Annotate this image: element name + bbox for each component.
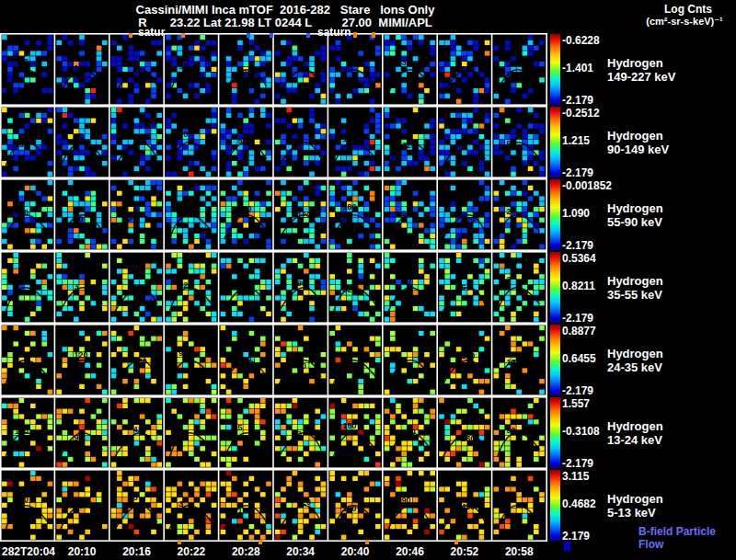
time-tick-9: 20:58 bbox=[505, 545, 534, 558]
time-tick-6: 20:40 bbox=[341, 545, 370, 558]
time-tick-3: 20:22 bbox=[178, 545, 206, 558]
colorbar-max-label-row-5: 0.8877 bbox=[562, 325, 596, 337]
colorbar-mid-label-row-5: 0.6455 bbox=[562, 352, 596, 365]
colorbar-row-2 bbox=[550, 107, 560, 177]
saturn-marker-label-0: satur bbox=[138, 26, 165, 39]
colorbar-max-label-row-6: 1.557 bbox=[562, 397, 590, 410]
energy-band-label-row-5: Hydrogen 24-35 keV bbox=[607, 347, 663, 374]
event-marker-2 bbox=[247, 33, 250, 38]
colorbar-min-label-row-1: -2.179 bbox=[562, 94, 593, 107]
bfield-particle-flow-label: B-field Particle Flow bbox=[638, 525, 736, 551]
saturn-marker-label-1: saturn bbox=[317, 26, 351, 39]
colorbar-min-label-row-7: 2.179 bbox=[562, 530, 590, 543]
colorbar-max-label-row-1: -0.6228 bbox=[562, 34, 600, 47]
event-marker-0 bbox=[129, 33, 132, 38]
colorbar-row-4 bbox=[550, 252, 560, 323]
colorbar-legend-units: (cm²-sr-s-keV)⁻¹ bbox=[633, 16, 736, 28]
colorbar-max-label-row-4: 0.5364 bbox=[562, 252, 596, 265]
colorbar-mid-label-row-7: 0.4682 bbox=[562, 497, 596, 510]
colorbar-min-label-row-4: -2.179 bbox=[562, 312, 593, 325]
time-tick-2: 20:16 bbox=[122, 545, 151, 558]
event-marker-9 bbox=[365, 540, 369, 544]
energy-band-label-row-3: Hydrogen 55-90 keV bbox=[607, 201, 663, 229]
colorbar-row-7 bbox=[550, 470, 560, 541]
time-tick-0: 282T20:04 bbox=[2, 545, 55, 558]
event-marker-11 bbox=[564, 542, 570, 551]
colorbar-row-3 bbox=[550, 179, 560, 250]
colorbar-row-6 bbox=[550, 397, 560, 468]
colorbar-max-label-row-3: -0.001852 bbox=[562, 179, 612, 192]
colorbar-mid-label-row-4: 0.8211 bbox=[562, 280, 595, 292]
colorbar-legend-title: Log Cnts bbox=[644, 3, 732, 16]
event-marker-4 bbox=[306, 33, 310, 38]
event-marker-3 bbox=[270, 33, 273, 38]
colorbar-max-label-row-2: -0.2512 bbox=[562, 107, 600, 120]
page-subtitle: R 23.22 Lat 21.98 LT 0244 L 27.00 MIMI/A… bbox=[0, 16, 570, 29]
event-marker-8 bbox=[259, 540, 262, 544]
heatmap-canvas bbox=[0, 33, 548, 542]
page-title: Cassini/MIMI Inca mTOF 2016-282 Stare Io… bbox=[0, 3, 570, 17]
event-marker-7 bbox=[178, 540, 181, 544]
colorbar-mid-label-row-3: 1.090 bbox=[562, 207, 590, 220]
energy-band-label-row-4: Hydrogen 35-55 keV bbox=[607, 274, 663, 302]
energy-band-label-row-7: Hydrogen 5-13 keV bbox=[607, 492, 663, 520]
colorbar-min-label-row-3: -2.179 bbox=[562, 239, 593, 252]
event-marker-10 bbox=[454, 540, 458, 544]
colorbar-min-label-row-5: -2.179 bbox=[562, 384, 593, 397]
energy-band-label-row-1: Hydrogen 149-227 keV bbox=[607, 56, 675, 84]
colorbar-min-label-row-6: -2.179 bbox=[562, 457, 593, 470]
colorbar-min-label-row-2: -2.179 bbox=[562, 166, 593, 179]
energy-band-label-row-2: Hydrogen 90-149 keV bbox=[607, 129, 669, 156]
colorbar-max-label-row-7: 3.115 bbox=[562, 470, 589, 483]
event-marker-6 bbox=[372, 32, 375, 38]
colorbar-mid-label-row-1: -1.401 bbox=[562, 62, 593, 74]
colorbar-mid-label-row-2: 1.215 bbox=[562, 134, 590, 147]
colorbar-mid-label-row-6: -0.3108 bbox=[562, 425, 600, 438]
time-tick-5: 20:34 bbox=[286, 545, 315, 558]
event-marker-5 bbox=[353, 32, 357, 38]
time-tick-4: 20:28 bbox=[232, 545, 260, 558]
cassini-mimi-inca-screen: Cassini/MIMI Inca mTOF 2016-282 Stare Io… bbox=[0, 0, 736, 560]
energy-band-label-row-6: Hydrogen 13-24 keV bbox=[607, 419, 663, 447]
time-tick-7: 20:46 bbox=[396, 545, 424, 558]
time-tick-8: 20:52 bbox=[451, 545, 479, 558]
time-tick-1: 20:10 bbox=[68, 545, 97, 558]
event-marker-1 bbox=[181, 33, 185, 38]
colorbar-row-5 bbox=[550, 325, 560, 395]
colorbar-row-1 bbox=[550, 34, 560, 105]
